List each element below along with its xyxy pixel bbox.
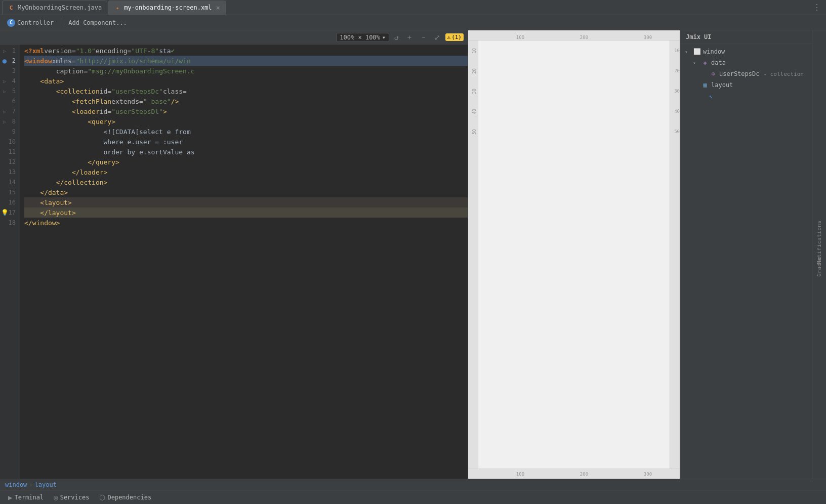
status-bar: ▶ Terminal ◎ Services ⬡ Dependencies <box>0 490 826 504</box>
line-14: 14 <box>0 177 20 187</box>
window-icon: ⬜ <box>693 48 701 56</box>
code-line-7: <loader id="userStepsDl"> <box>24 106 468 116</box>
tree-label-layout: layout <box>711 81 733 89</box>
layout-icon: ▦ <box>701 81 709 89</box>
tab-xml-label: my-onboarding-screen.xml <box>124 4 212 11</box>
zoom-display: 100% × 100% ▾ <box>336 33 389 42</box>
terminal-label: Terminal <box>14 494 44 501</box>
warning-badge: ⚠ (1) <box>445 33 464 41</box>
tab-xml-close[interactable]: × <box>216 4 220 12</box>
code-line-5: <collection id="userStepsDc" class= <box>24 86 468 96</box>
fold-icon-7[interactable]: ▷ <box>1 108 8 115</box>
no-expand-userStepsDc <box>701 71 707 77</box>
xml-icon: ✦ <box>114 4 121 11</box>
zoom-dropdown-icon[interactable]: ▾ <box>382 34 386 41</box>
right-ruler: 10 20 30 40 50 <box>670 40 680 469</box>
line-17: 💡 17 <box>0 207 20 218</box>
jmix-ui-panel: Jmix UI ▾ ⬜ window ▾ ◈ data ⊕ userStepsD… <box>680 30 812 479</box>
warning-icon: ⚠ <box>447 34 451 40</box>
code-area: ▷ 1 ● 2 3 ▷ 4 ▷ 5 6 ▷ <box>0 45 468 479</box>
zoom-value: 100% × 100% <box>340 34 380 41</box>
tree-item-data[interactable]: ▾ ◈ data <box>681 57 812 68</box>
line-6: 6 <box>0 96 20 106</box>
expand-data[interactable]: ▾ <box>693 60 699 66</box>
breadcrumb-window[interactable]: window <box>5 481 27 488</box>
code-line-3: caption="msg://myOnboardingScreen.c <box>24 66 468 76</box>
tab-xml[interactable]: ✦ my-onboarding-screen.xml × <box>108 1 226 15</box>
tab-more-button[interactable]: ⋮ <box>810 3 824 12</box>
tab-bar: C MyOnboardingScreen.java ✦ my-onboardin… <box>0 0 826 15</box>
zoom-out-button[interactable]: － <box>418 32 429 43</box>
line-3: 3 <box>0 66 20 76</box>
controller-icon: C <box>7 19 15 27</box>
preview-canvas[interactable] <box>478 40 670 469</box>
lightbulb-icon-17[interactable]: 💡 <box>1 209 8 216</box>
no-expand-layout <box>693 82 699 88</box>
code-line-13: </loader> <box>24 167 468 177</box>
fold-icon-4[interactable]: ▷ <box>1 77 8 85</box>
line-12: 12 <box>0 157 20 167</box>
line-8: ▷ 8 <box>0 116 20 127</box>
editor-top-toolbar: C Controller Add Component... <box>0 15 826 30</box>
tree-item-userStepsDc[interactable]: ⊕ userStepsDc - collection <box>681 68 812 79</box>
line-1: ▷ 1 <box>0 46 20 56</box>
zoom-toolbar: 100% × 100% ▾ ↺ ＋ － ⤢ ⚠ (1) <box>0 30 468 45</box>
code-line-8: <query> <box>24 116 468 127</box>
gradle-button[interactable]: Gradle <box>812 260 827 274</box>
jmix-panel-title: Jmix UI <box>681 30 812 44</box>
code-line-10: where e.user = :user <box>24 137 468 147</box>
code-line-15: </data> <box>24 187 468 197</box>
toolbar-separator <box>61 18 61 28</box>
tree-label-userStepsDc: userStepsDc <box>719 70 759 77</box>
expand-window[interactable]: ▾ <box>685 49 691 55</box>
cursor-indicator: ↖ <box>681 91 812 102</box>
code-line-1: <?xml version="1.0" encoding="UTF-8" sta… <box>24 46 468 56</box>
terminal-button[interactable]: ▶ Terminal <box>4 492 48 502</box>
tree-label-data: data <box>711 59 726 66</box>
services-icon: ◎ <box>54 493 58 501</box>
dependencies-icon: ⬡ <box>99 493 105 501</box>
controller-label: Controller <box>17 19 54 26</box>
tree-label-window: window <box>703 48 725 55</box>
data-icon: ◈ <box>701 59 709 67</box>
preview-pane: 100 200 300 10 20 30 40 50 10 20 30 40 5… <box>468 30 680 479</box>
add-component-button[interactable]: Add Component... <box>65 18 130 27</box>
error-dot-2: ● <box>1 57 8 64</box>
collection-suffix: - collection <box>763 71 803 77</box>
breadcrumb-sep-1: › <box>29 481 32 488</box>
tree-item-layout[interactable]: ▦ layout <box>681 79 812 91</box>
controller-button[interactable]: C Controller <box>4 18 57 28</box>
code-line-14: </collection> <box>24 177 468 187</box>
editor-pane: 100% × 100% ▾ ↺ ＋ － ⤢ ⚠ (1) ▷ 1 ● <box>0 30 468 479</box>
dependencies-button[interactable]: ⬡ Dependencies <box>95 492 155 502</box>
tree-item-window[interactable]: ▾ ⬜ window <box>681 46 812 57</box>
zoom-in-button[interactable]: ＋ <box>404 32 415 43</box>
fold-icon-5[interactable]: ▷ <box>1 88 8 95</box>
services-label: Services <box>60 494 90 501</box>
breadcrumb-layout[interactable]: layout <box>35 481 57 488</box>
ruler-mark-200: 200 <box>552 35 616 40</box>
line-11: 11 <box>0 147 20 157</box>
bottom-ruler: 100 200 300 <box>468 469 680 479</box>
fold-icon-8[interactable]: ▷ <box>1 118 8 125</box>
code-line-6: <fetchPlan extends="_base"/> <box>24 96 468 106</box>
ruler-mark-300: 300 <box>616 35 680 40</box>
tab-java-label: MyOnboardingScreen.java <box>18 4 102 11</box>
tab-java[interactable]: C MyOnboardingScreen.java <box>2 1 107 15</box>
code-content[interactable]: <?xml version="1.0" encoding="UTF-8" sta… <box>20 45 468 479</box>
code-line-18: </window> <box>24 218 468 228</box>
line-2: ● 2 <box>0 56 20 66</box>
fold-icon-1[interactable]: ▷ <box>1 47 8 54</box>
warning-count: (1) <box>451 34 462 40</box>
fit-button[interactable]: ⤢ <box>432 32 442 43</box>
right-sidebar: Notifications Gradle <box>812 30 826 479</box>
services-button[interactable]: ◎ Services <box>50 492 93 502</box>
left-ruler: 10 20 30 40 50 <box>468 40 478 469</box>
notifications-button[interactable]: Notifications <box>812 235 827 249</box>
line-10: 10 <box>0 137 20 147</box>
java-icon: C <box>8 4 15 11</box>
zoom-reset-button[interactable]: ↺ <box>392 32 400 43</box>
line-15: 15 <box>0 187 20 197</box>
top-ruler: 100 200 300 <box>468 30 680 40</box>
line-5: ▷ 5 <box>0 86 20 96</box>
